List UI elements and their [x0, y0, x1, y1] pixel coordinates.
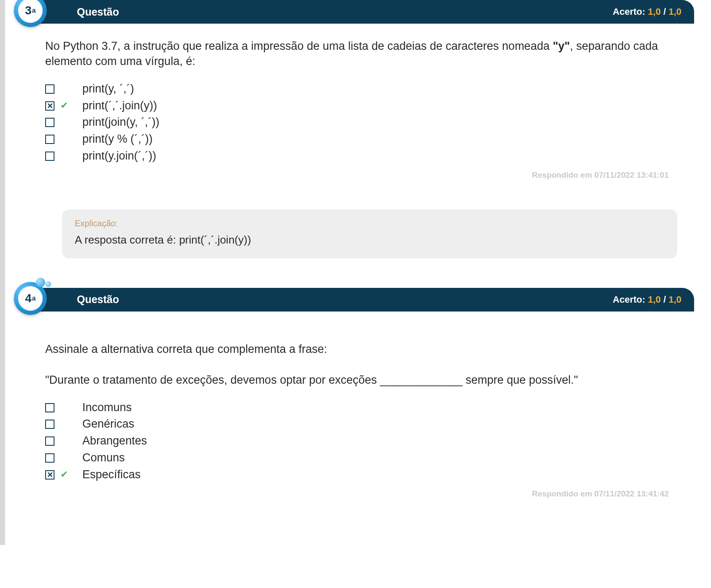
checkbox-icon[interactable]	[45, 152, 54, 161]
option-row[interactable]: print(join(y, ´,´))	[45, 114, 681, 130]
checkbox-icon[interactable]	[45, 118, 54, 127]
checkbox-icon[interactable]	[45, 101, 54, 111]
score-label: Acerto:	[613, 294, 645, 305]
checkbox-icon[interactable]	[45, 135, 54, 144]
option-row[interactable]: Abrangentes	[45, 433, 681, 449]
checkbox-icon[interactable]	[45, 453, 54, 463]
checkbox-icon[interactable]	[45, 436, 54, 446]
score-value: 1,0	[648, 294, 661, 305]
explanation-label: Explicação:	[75, 219, 665, 228]
options-list: print(y, ´,´) ✔ print(´,´.join(y)) print…	[45, 81, 681, 164]
option-row[interactable]: Comuns	[45, 450, 681, 466]
question-body: Assinale a alternativa correta que compl…	[11, 312, 694, 499]
question-header: 3a Questão Acerto: 1,0 / 1,0	[22, 0, 694, 24]
option-text: Genéricas	[82, 416, 134, 432]
questions-page: 3a Questão Acerto: 1,0 / 1,0 No Python 3…	[0, 0, 711, 545]
option-text: Abrangentes	[82, 433, 147, 449]
option-text: print(y % (´,´))	[82, 131, 152, 147]
question-number-badge: 3a	[11, 0, 49, 30]
checkbox-icon[interactable]	[45, 470, 54, 480]
option-text: print(y, ´,´)	[82, 81, 134, 97]
options-list: Incomuns Genéricas Abrangentes Comuns	[45, 400, 681, 483]
correct-icon: ✔	[60, 99, 69, 112]
question-block-4: 4a Questão Acerto: 1,0 / 1,0 Assinale a …	[11, 288, 694, 499]
prompt-pre: Assinale a alternativa correta que compl…	[45, 343, 578, 386]
explanation-text: A resposta correta é: print(´,´.join(y))	[75, 233, 665, 247]
question-block-3: 3a Questão Acerto: 1,0 / 1,0 No Python 3…	[11, 0, 694, 258]
score-label: Acerto:	[613, 6, 645, 17]
question-header-label: Questão	[77, 293, 613, 306]
question-header: 4a Questão Acerto: 1,0 / 1,0	[22, 288, 694, 312]
explanation-box: Explicação: A resposta correta é: print(…	[62, 209, 677, 258]
score-max: 1,0	[668, 6, 681, 17]
score-sep: /	[661, 6, 668, 17]
option-row[interactable]: print(y.join(´,´))	[45, 148, 681, 164]
question-header-label: Questão	[77, 6, 613, 18]
option-text: Incomuns	[82, 400, 132, 416]
score-sep: /	[661, 294, 668, 305]
question-score: Acerto: 1,0 / 1,0	[613, 6, 681, 17]
answered-timestamp: Respondido em 07/11/2022 13:41:01	[45, 171, 681, 180]
prompt-pre: No Python 3.7, a instrução que realiza a…	[45, 40, 553, 52]
option-text: print(join(y, ´,´))	[82, 114, 160, 130]
question-prompt: No Python 3.7, a instrução que realiza a…	[45, 38, 681, 69]
score-value: 1,0	[648, 6, 661, 17]
checkbox-icon[interactable]	[45, 403, 54, 412]
answered-timestamp: Respondido em 07/11/2022 13:41:42	[45, 489, 681, 499]
question-prompt: Assinale a alternativa correta que compl…	[45, 326, 681, 388]
option-row[interactable]: print(y, ´,´)	[45, 81, 681, 97]
option-text: print(y.join(´,´))	[82, 148, 156, 164]
option-text: print(´,´.join(y))	[82, 98, 157, 114]
question-number: 3	[25, 4, 32, 17]
checkbox-icon[interactable]	[45, 420, 54, 429]
option-text: Específicas	[82, 467, 141, 483]
option-row[interactable]: Incomuns	[45, 400, 681, 416]
option-text: Comuns	[82, 450, 125, 466]
option-row[interactable]: ✔ Específicas	[45, 467, 681, 483]
question-ordinal: a	[32, 295, 36, 302]
question-number: 4	[25, 292, 32, 305]
question-ordinal: a	[32, 7, 36, 14]
score-max: 1,0	[668, 294, 681, 305]
option-row[interactable]: Genéricas	[45, 416, 681, 432]
checkbox-icon[interactable]	[45, 84, 54, 94]
option-row[interactable]: print(y % (´,´))	[45, 131, 681, 147]
correct-icon: ✔	[60, 468, 69, 481]
question-body: No Python 3.7, a instrução que realiza a…	[11, 24, 694, 258]
prompt-bold: "y"	[553, 40, 570, 52]
question-number-badge: 4a	[11, 279, 49, 317]
option-row[interactable]: ✔ print(´,´.join(y))	[45, 98, 681, 114]
question-score: Acerto: 1,0 / 1,0	[613, 294, 681, 305]
